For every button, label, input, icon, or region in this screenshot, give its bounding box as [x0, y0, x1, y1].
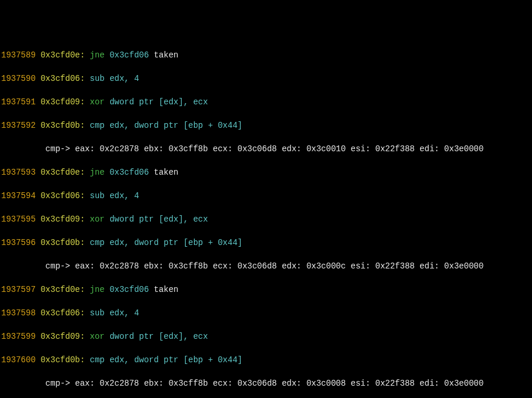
line-number: 1937597 [1, 285, 36, 294]
address: 0x3cfd0e: [40, 50, 85, 60]
address: 0x3cfd0b: [40, 355, 85, 365]
disassembly-trace: 1937589 0x3cfd0e: jne 0x3cfd06 taken 193… [1, 49, 531, 398]
trace-line: 1937596 0x3cfd0b: cmp edx, dword ptr [eb… [1, 237, 531, 249]
operands: 0x3cfd06 [110, 168, 149, 177]
mnemonic: xor [90, 97, 104, 107]
line-number: 1937590 [1, 74, 36, 83]
mnemonic: jne [90, 168, 104, 177]
address: 0x3cfd06: [40, 74, 85, 83]
address: 0x3cfd09: [40, 332, 85, 341]
trace-line: 1937594 0x3cfd06: sub edx, 4 [1, 190, 531, 202]
operands: 0x3cfd06 [110, 285, 149, 294]
operands: 0x3cfd06 [110, 50, 149, 60]
operands: edx, 4 [110, 191, 139, 200]
line-number: 1937593 [1, 168, 36, 177]
mnemonic: xor [90, 215, 104, 224]
register-dump: cmp-> eax: 0x2c2878 ebx: 0x3cff8b ecx: 0… [1, 260, 531, 272]
mnemonic: sub [90, 308, 104, 318]
mnemonic: sub [90, 74, 104, 83]
mnemonic: cmp [90, 238, 104, 247]
address: 0x3cfd09: [40, 215, 85, 224]
branch-result: taken [149, 285, 178, 294]
trace-line: 1937597 0x3cfd0e: jne 0x3cfd06 taken [1, 284, 531, 295]
line-number: 1937600 [1, 355, 36, 365]
trace-line: 1937593 0x3cfd0e: jne 0x3cfd06 taken [1, 166, 531, 178]
register-values: cmp-> eax: 0x2c2878 ebx: 0x3cff8b ecx: 0… [1, 261, 483, 271]
mnemonic: cmp [90, 121, 104, 130]
line-number: 1937591 [1, 97, 36, 107]
mnemonic: jne [90, 285, 104, 294]
trace-line: 1937589 0x3cfd0e: jne 0x3cfd06 taken [1, 49, 531, 61]
address: 0x3cfd06: [40, 191, 85, 200]
operands: edx, dword ptr [ebp + 0x44] [110, 238, 243, 247]
line-number: 1937596 [1, 238, 36, 247]
trace-line: 1937600 0x3cfd0b: cmp edx, dword ptr [eb… [1, 354, 531, 366]
operands: edx, dword ptr [ebp + 0x44] [110, 355, 243, 365]
line-number: 1937592 [1, 121, 36, 130]
trace-line: 1937598 0x3cfd06: sub edx, 4 [1, 307, 531, 319]
operands: edx, 4 [110, 74, 139, 83]
mnemonic: sub [90, 191, 104, 200]
address: 0x3cfd0b: [40, 238, 85, 247]
line-number: 1937599 [1, 332, 36, 341]
branch-result: taken [149, 168, 178, 177]
address: 0x3cfd09: [40, 97, 85, 107]
line-number: 1937598 [1, 308, 36, 318]
mnemonic: xor [90, 332, 104, 341]
operands: dword ptr [edx], ecx [110, 97, 208, 107]
operands: edx, 4 [110, 308, 139, 318]
line-number: 1937589 [1, 50, 36, 60]
operands: dword ptr [edx], ecx [110, 332, 208, 341]
address: 0x3cfd06: [40, 308, 85, 318]
line-number: 1937594 [1, 191, 36, 200]
trace-line: 1937595 0x3cfd09: xor dword ptr [edx], e… [1, 213, 531, 225]
address: 0x3cfd0e: [40, 285, 85, 294]
line-number: 1937595 [1, 215, 36, 224]
register-dump: cmp-> eax: 0x2c2878 ebx: 0x3cff8b ecx: 0… [1, 377, 531, 389]
trace-line: 1937592 0x3cfd0b: cmp edx, dword ptr [eb… [1, 120, 531, 131]
register-values: cmp-> eax: 0x2c2878 ebx: 0x3cff8b ecx: 0… [1, 144, 483, 154]
address: 0x3cfd0b: [40, 121, 85, 130]
operands: edx, dword ptr [ebp + 0x44] [110, 121, 243, 130]
operands: dword ptr [edx], ecx [110, 215, 208, 224]
trace-line: 1937591 0x3cfd09: xor dword ptr [edx], e… [1, 96, 531, 108]
trace-line: 1937599 0x3cfd09: xor dword ptr [edx], e… [1, 331, 531, 342]
register-dump: cmp-> eax: 0x2c2878 ebx: 0x3cff8b ecx: 0… [1, 143, 531, 155]
address: 0x3cfd0e: [40, 168, 85, 177]
mnemonic: cmp [90, 355, 104, 365]
mnemonic: jne [90, 50, 104, 60]
branch-result: taken [149, 50, 178, 60]
trace-line: 1937590 0x3cfd06: sub edx, 4 [1, 73, 531, 84]
register-values: cmp-> eax: 0x2c2878 ebx: 0x3cff8b ecx: 0… [1, 379, 483, 388]
